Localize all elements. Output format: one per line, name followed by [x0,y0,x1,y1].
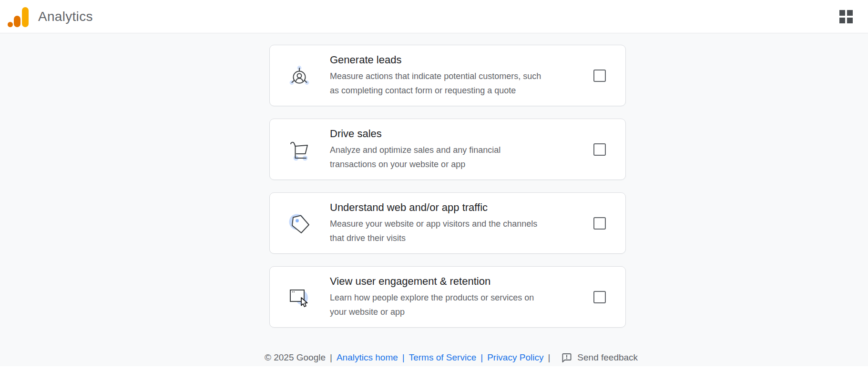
objective-checkbox-generate-leads[interactable] [593,70,606,82]
footer-separator: | [402,352,405,363]
window-cursor-icon [288,286,311,309]
footer-separator: | [330,352,332,363]
objective-checkbox-understand-traffic[interactable] [593,217,606,230]
top-app-bar: Analytics [0,0,868,33]
objective-text: View user engagement & retention Learn h… [330,275,590,319]
objective-description: Measure actions that indicate potential … [330,69,590,98]
objective-title: Understand web and/or app traffic [330,201,590,214]
privacy-policy-link[interactable]: Privacy Policy [487,352,543,363]
objective-text: Understand web and/or app traffic Measur… [330,201,590,245]
send-feedback-button[interactable]: Send feedback [561,352,638,363]
price-tag-icon [288,212,311,235]
google-analytics-logo-icon [6,4,31,29]
bottom-page-edge [0,366,868,370]
objective-text: Drive sales Analyze and optimize sales a… [330,127,590,171]
header-brand: Analytics [6,4,93,29]
objective-description: Learn how people explore the products or… [330,290,590,319]
objective-card-understand-traffic[interactable]: Understand web and/or app traffic Measur… [269,192,626,254]
analytics-home-link[interactable]: Analytics home [337,352,398,363]
footer-separator: | [480,352,483,363]
shopping-cart-icon [288,138,311,161]
objective-card-drive-sales[interactable]: Drive sales Analyze and optimize sales a… [269,119,626,180]
objective-card-generate-leads[interactable]: Generate leads Measure actions that indi… [269,45,626,106]
app-title: Analytics [38,9,93,24]
footer-separator: | [548,352,550,363]
leads-person-network-icon [288,64,311,87]
objective-description: Analyze and optimize sales and any finan… [330,143,590,171]
objectives-list: Generate leads Measure actions that indi… [269,45,626,340]
objective-checkbox-drive-sales[interactable] [593,143,606,156]
apps-grid-icon[interactable] [838,9,854,24]
objective-title: Generate leads [330,53,590,67]
page-footer: © 2025 Google | Analytics home | Terms o… [17,350,868,365]
objective-description: Measure your website or app visitors and… [330,217,590,245]
feedback-bubble-icon [561,352,572,363]
objective-card-engagement-retention[interactable]: View user engagement & retention Learn h… [269,266,626,328]
copyright-text: © 2025 Google [265,352,326,363]
objective-title: Drive sales [330,127,590,140]
objective-text: Generate leads Measure actions that indi… [330,53,590,98]
terms-of-service-link[interactable]: Terms of Service [409,352,476,363]
objective-title: View user engagement & retention [330,275,590,288]
send-feedback-label: Send feedback [577,352,638,363]
objective-checkbox-engagement-retention[interactable] [593,291,606,303]
